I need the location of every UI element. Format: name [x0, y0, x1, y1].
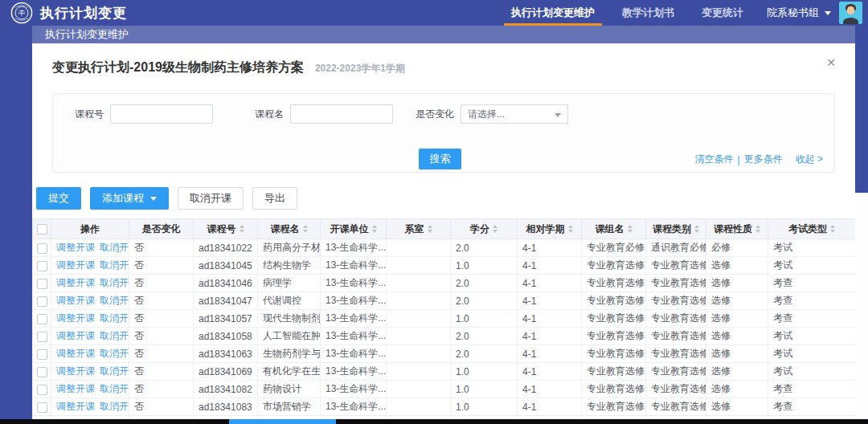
cancel-course-link[interactable]: 取消开课	[100, 242, 129, 253]
scrollbar-thumb[interactable]	[855, 43, 868, 193]
cancel-course-link[interactable]: 取消开课	[100, 383, 129, 394]
column-header-semester[interactable]: 相对学期	[518, 219, 582, 239]
cell-semester: 4-1	[518, 398, 582, 416]
export-button[interactable]: 导出	[252, 187, 297, 210]
row-actions-cell: 调整开课取消开课	[51, 328, 129, 345]
sort-icon[interactable]	[240, 225, 244, 233]
tab-change-statistics[interactable]: 变更统计	[688, 0, 757, 26]
user-role-dropdown[interactable]: 院系秘书组	[767, 6, 831, 20]
course-no-input[interactable]	[110, 104, 213, 124]
column-header-course_name[interactable]: 课程名	[258, 219, 321, 239]
cell-exam: 考试	[768, 328, 856, 345]
sort-icon[interactable]	[303, 225, 308, 233]
sort-icon[interactable]	[755, 225, 760, 233]
column-header-exam[interactable]: 考试类型	[768, 219, 856, 239]
adjust-course-link[interactable]: 调整开课	[56, 330, 95, 341]
sort-icon[interactable]	[428, 225, 432, 233]
column-label: 相对学期	[526, 222, 565, 236]
column-label: 考试类型	[788, 222, 827, 236]
cancel-course-link[interactable]: 取消开课	[100, 348, 129, 359]
cancel-course-button[interactable]: 取消开课	[178, 187, 244, 210]
row-checkbox-cell	[33, 292, 51, 310]
cancel-course-link[interactable]: 取消开课	[100, 259, 129, 271]
column-header-unit[interactable]: 开课单位	[321, 219, 387, 239]
cancel-course-link[interactable]: 取消开课	[100, 295, 129, 306]
cell-dept	[387, 381, 451, 398]
adjust-course-link[interactable]: 调整开课	[56, 277, 95, 288]
row-checkbox[interactable]	[37, 332, 47, 342]
row-checkbox[interactable]	[37, 279, 47, 289]
adjust-course-link[interactable]: 调整开课	[56, 365, 95, 377]
sort-icon[interactable]	[493, 225, 497, 233]
tab-plan-change-maintenance[interactable]: 执行计划变更维护	[497, 0, 608, 26]
cancel-course-link[interactable]: 取消开课	[100, 365, 129, 377]
sort-icon[interactable]	[830, 225, 835, 233]
cell-credits: 1.0	[451, 381, 518, 398]
row-checkbox[interactable]	[37, 243, 47, 254]
cell-unit: 13-生命科学...	[321, 398, 387, 416]
clear-conditions-link[interactable]: 清空条件	[695, 153, 734, 166]
cancel-course-link[interactable]: 取消开课	[100, 312, 129, 324]
cancel-course-link[interactable]: 取消开课	[100, 277, 129, 288]
row-checkbox[interactable]	[37, 349, 47, 360]
adjust-course-link[interactable]: 调整开课	[56, 401, 95, 412]
row-checkbox[interactable]	[37, 314, 47, 324]
cell-semester: 4-1	[518, 328, 582, 345]
add-course-label: 添加课程	[102, 191, 144, 206]
row-checkbox[interactable]	[37, 402, 47, 413]
submit-button[interactable]: 提交	[36, 187, 81, 210]
cell-unit: 13-生命科学...	[321, 310, 387, 328]
search-button[interactable]: 搜索	[419, 149, 461, 169]
adjust-course-link[interactable]: 调整开课	[56, 383, 95, 394]
sort-icon[interactable]	[372, 225, 377, 233]
column-header-course_no[interactable]: 课程号	[194, 219, 258, 239]
cell-nature: 选修	[706, 363, 768, 381]
filter-fields-row: 课程号 课程名 是否变化 请选择...	[53, 104, 834, 124]
add-course-button[interactable]: 添加课程	[90, 187, 169, 210]
cell-changed: 否	[129, 363, 194, 381]
user-avatar[interactable]	[839, 2, 862, 24]
cancel-course-link[interactable]: 取消开课	[100, 401, 129, 412]
column-header-credits[interactable]: 学分	[451, 219, 518, 239]
column-header-dept[interactable]: 系室	[387, 219, 451, 239]
close-icon[interactable]: ✕	[826, 57, 836, 68]
cancel-course-link[interactable]: 取消开课	[100, 330, 129, 341]
cell-nature: 选修	[706, 292, 768, 310]
cell-semester: 4-1	[518, 292, 582, 310]
cell-exam: 考试	[768, 345, 856, 363]
cell-category: 专业教育选修...	[646, 345, 706, 363]
collapse-link[interactable]: 收起 >	[796, 153, 823, 166]
cell-group: 专业教育选修...	[582, 398, 646, 416]
cell-course_no: ad18341063	[194, 345, 258, 363]
column-header-group[interactable]: 课组名	[582, 219, 646, 239]
column-header-category[interactable]: 课程类别	[646, 219, 706, 239]
sort-icon[interactable]	[628, 225, 633, 233]
row-checkbox[interactable]	[37, 385, 47, 395]
cell-changed: 否	[129, 292, 194, 310]
course-name-input[interactable]	[290, 104, 393, 124]
adjust-course-link[interactable]: 调整开课	[56, 242, 95, 253]
row-checkbox[interactable]	[37, 261, 47, 271]
select-all-checkbox[interactable]	[37, 224, 47, 234]
adjust-course-link[interactable]: 调整开课	[56, 348, 95, 359]
cell-category: 专业教育选修...	[646, 292, 706, 310]
sort-icon[interactable]	[694, 225, 699, 233]
changed-select[interactable]: 请选择...	[461, 104, 568, 124]
row-checkbox[interactable]	[37, 296, 47, 307]
column-label: 课程类别	[653, 222, 691, 236]
column-header-nature[interactable]: 课程性质	[706, 219, 768, 239]
cell-unit: 13-生命科学...	[321, 275, 387, 292]
tab-teaching-plan-book[interactable]: 教学计划书	[608, 0, 688, 26]
sort-icon[interactable]	[568, 225, 573, 233]
cell-semester: 4-1	[518, 381, 582, 398]
adjust-course-link[interactable]: 调整开课	[56, 259, 95, 271]
adjust-course-link[interactable]: 调整开课	[56, 295, 95, 306]
course-no-filter: 课程号	[75, 104, 213, 124]
cell-course_name: 结构生物学	[258, 257, 321, 275]
bottom-bar-blue-segment	[229, 419, 336, 424]
adjust-course-link[interactable]: 调整开课	[56, 312, 95, 324]
cell-semester: 4-1	[518, 310, 582, 328]
row-checkbox[interactable]	[37, 367, 47, 377]
more-conditions-link[interactable]: 更多条件	[744, 153, 783, 166]
cell-course_no: ad18341083	[194, 398, 258, 416]
